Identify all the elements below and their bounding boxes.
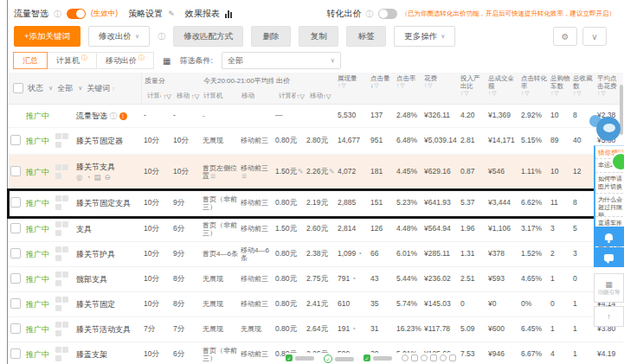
remove-icon[interactable]: ⊖ (105, 173, 111, 182)
keyword-flag-icon[interactable] (55, 347, 61, 353)
keyword-flag-icon[interactable] (62, 221, 68, 227)
keyword-flag-icon[interactable] (55, 297, 61, 303)
keyword-flag-icon[interactable] (62, 297, 68, 303)
report-icon[interactable]: ▤ (94, 173, 101, 182)
add-keyword-button[interactable]: +添加关键词 (14, 26, 80, 47)
tab-mobile-bid[interactable]: 移动出价ⓘ (96, 52, 154, 69)
strategy-settings-link[interactable]: 策略设置 (128, 8, 163, 20)
column-header-metric[interactable]: 点击率↑▽ (395, 73, 422, 104)
column-header-metric[interactable]: 总成交金额↑▽ (486, 73, 519, 104)
target-icon[interactable]: ◎ (76, 173, 82, 182)
edit-bid-icon[interactable]: ✎ (298, 168, 304, 176)
keyword-flag-icon[interactable] (62, 322, 68, 328)
schedule-icon[interactable]: ◔ (86, 173, 90, 182)
keyword-flag-icon[interactable] (55, 246, 61, 252)
qs-mobile-sort-header[interactable]: 移动 ↑▽ (171, 88, 201, 104)
modify-bid-dropdown[interactable]: 修改出价∨ (88, 26, 150, 47)
column-header-metric[interactable]: 点击转化率↑▽ (519, 73, 549, 104)
row-checkbox[interactable] (10, 197, 21, 208)
row-checkbox[interactable] (10, 273, 21, 284)
more-actions-dropdown[interactable]: 更多操作∨ (394, 26, 455, 47)
cell-bid_pc[interactable]: 0.80元 (273, 275, 305, 284)
modify-match-button[interactable]: 修改匹配方式 (173, 26, 243, 47)
column-header-metric[interactable]: 投入产出比↑▽ (459, 73, 486, 104)
row-checkbox[interactable] (10, 135, 21, 145)
cell-bid_mb[interactable]: 2.80元 (305, 137, 336, 145)
legend-item[interactable]: ✓ (324, 354, 354, 363)
legend-item[interactable]: ✓ (286, 354, 314, 361)
cell-bid_mb[interactable]: 2.60元 (305, 225, 336, 233)
cell-bid_mb[interactable]: 2.41元 (305, 300, 336, 309)
keyword-flag-icon[interactable] (55, 142, 61, 148)
help-link[interactable]: 为什么会超过日限额 (595, 193, 624, 216)
copy-button[interactable]: 复制 (299, 26, 338, 47)
cell-bid_pc[interactable]: 0.80元 (273, 137, 305, 145)
keyword-flag-icon[interactable] (55, 305, 61, 311)
row-checkbox[interactable] (10, 348, 21, 359)
cell-bid_pc[interactable]: 0.80元 (273, 325, 305, 334)
back-to-top-button[interactable]: ↑ (594, 306, 624, 327)
select-all-checkbox[interactable] (13, 83, 23, 93)
collapse-button[interactable]: ∨ (582, 27, 607, 46)
keyword-flag-icon[interactable] (55, 133, 61, 139)
keyword-flag-icon[interactable] (55, 221, 61, 227)
keyword-flag-icon[interactable] (55, 204, 61, 210)
keyword-flag-icon[interactable] (62, 133, 68, 139)
notification-bell-button[interactable] (594, 227, 624, 246)
rank-detail-icon[interactable]: ☰ (210, 173, 216, 179)
cell-bid_pc[interactable]: — (273, 112, 305, 120)
help-link[interactable]: 如何申请图片切换 (595, 172, 624, 194)
row-checkbox[interactable] (10, 298, 21, 309)
cell-bid_pc[interactable]: 0.80元 (273, 250, 305, 259)
assistant-mascot[interactable] (589, 115, 624, 146)
column-header-metric[interactable]: 点击量↓▽ (369, 73, 395, 104)
cell-bid_mb[interactable]: 2.38元 (305, 250, 336, 259)
chat-support-button[interactable] (594, 247, 624, 267)
keyword-flag-icon[interactable] (55, 355, 61, 361)
keyword-flag-icon[interactable] (55, 280, 61, 286)
status-filter-dropdown[interactable]: 状态∨ (28, 83, 53, 94)
cell-bid_pc[interactable]: 0.80元 (273, 199, 305, 208)
keyword-flag-icon[interactable] (55, 255, 61, 261)
column-header-metric[interactable]: 花费↑▽ (422, 73, 459, 104)
keyword-sort-header[interactable]: 关键词↑ (87, 83, 115, 94)
row-checkbox[interactable] (10, 223, 21, 233)
effect-report-link[interactable]: 效果报表 (185, 8, 220, 20)
settings-gear-button[interactable]: ⚙ (553, 27, 577, 46)
column-header-metric[interactable]: 总收藏数↑▽ (571, 73, 595, 104)
row-checkbox[interactable] (10, 323, 21, 334)
keyword-flag-icon[interactable] (55, 195, 61, 201)
keyword-flag-icon[interactable] (55, 330, 61, 336)
keyword-flag-icon[interactable] (55, 164, 61, 170)
legend-item[interactable]: ✓ (363, 354, 392, 361)
bid-mobile-sort-header[interactable]: 移动↑▽ (305, 88, 336, 104)
cell-bid_mb[interactable]: 2.26元✎ (305, 168, 336, 176)
edit-bid-icon[interactable]: ✎ (329, 168, 335, 176)
cell-bid_mb[interactable]: 2.64元 (305, 325, 336, 334)
column-header-metric[interactable]: 总购物车数↑▽ (549, 73, 571, 104)
bid-pc-sort-header[interactable]: 计算机↑▽ (273, 88, 305, 104)
qs-pc-sort-header[interactable]: 计算机 ↑▽ (142, 88, 171, 104)
keyword-flag-icon[interactable] (62, 271, 68, 278)
keyword-flag-icon[interactable] (55, 322, 61, 328)
tab-summary[interactable]: 汇总 (13, 52, 48, 69)
status-all-dropdown[interactable]: 全部∨ (57, 83, 82, 94)
keyword-flag-icon[interactable] (62, 195, 68, 201)
feature-guide-button[interactable]: ▦ 功能引导 (594, 273, 624, 303)
filter-condition-select[interactable]: 全部∨ (222, 52, 341, 69)
keyword-flag-icon[interactable] (62, 347, 68, 353)
tab-computer[interactable]: 计算机ⓘ (47, 52, 97, 69)
flow-select-toggle[interactable] (67, 9, 86, 19)
column-header-metric[interactable]: 展现量↑▽ (336, 73, 369, 104)
keyword-flag-icon[interactable] (62, 164, 68, 170)
cell-bid_pc[interactable]: 1.50元 (273, 225, 305, 233)
keyword-flag-icon[interactable] (55, 271, 61, 278)
keyword-flag-icon[interactable] (55, 230, 61, 236)
cell-bid_pc[interactable]: 1.50元✎ (273, 168, 305, 176)
cell-bid_pc[interactable]: 0.80元 (273, 300, 305, 309)
tag-button[interactable]: 标签 (346, 26, 386, 47)
cell-bid_mb[interactable]: 2.19元 (305, 199, 336, 208)
row-checkbox[interactable] (10, 248, 21, 259)
delete-button[interactable]: 删除 (251, 26, 291, 47)
cell-bid_mb[interactable]: 2.75元 (305, 275, 336, 284)
